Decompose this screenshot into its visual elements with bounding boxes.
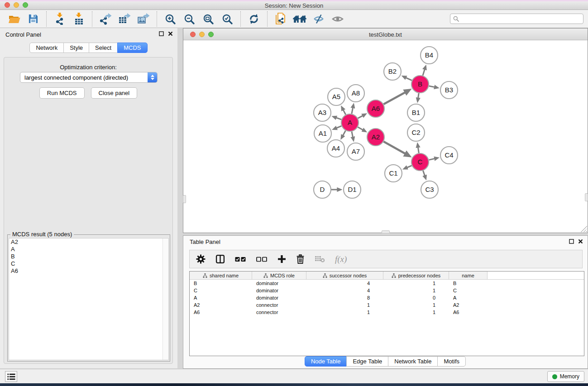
graph-node-C[interactable]: C: [411, 153, 429, 171]
result-list-item[interactable]: C: [9, 260, 168, 267]
graph-edge-A-A7[interactable]: [352, 132, 354, 140]
result-list-scrollbar[interactable]: [163, 238, 168, 360]
graph-node-A3[interactable]: A3: [314, 104, 331, 121]
table-cell[interactable]: 1: [383, 280, 449, 287]
table-row[interactable]: A2connector11A2: [190, 301, 584, 309]
table-cell[interactable]: B: [190, 280, 252, 287]
select-all-columns-icon[interactable]: [235, 256, 246, 262]
close-panel-icon[interactable]: [168, 31, 173, 36]
zoom-fit-button[interactable]: [201, 12, 216, 26]
task-history-button[interactable]: [5, 371, 17, 382]
mcds-result-list[interactable]: A2ABCA6: [9, 238, 169, 360]
table-cell[interactable]: A: [190, 294, 252, 301]
table-cell[interactable]: 8: [306, 294, 383, 301]
search-field[interactable]: [450, 14, 583, 24]
open-session-button[interactable]: [6, 12, 22, 26]
table-cell[interactable]: B: [449, 280, 488, 287]
zoom-selected-button[interactable]: [220, 12, 235, 26]
graph-edge-A-A4[interactable]: [342, 131, 346, 138]
search-input[interactable]: [461, 16, 580, 22]
column-header-MCDS-role[interactable]: MCDS role: [252, 272, 306, 279]
graph-node-D[interactable]: D: [314, 181, 331, 198]
node-table[interactable]: shared nameMCDS rolesuccessor nodesprede…: [189, 271, 584, 356]
table-cell[interactable]: dominator: [252, 294, 306, 301]
table-cell[interactable]: dominator: [252, 287, 306, 294]
tab-select[interactable]: Select: [89, 43, 118, 53]
float-panel-icon[interactable]: [569, 239, 574, 244]
graph-node-B1[interactable]: B1: [407, 104, 425, 121]
table-cell[interactable]: 1: [306, 309, 383, 316]
graph-node-C3[interactable]: C3: [421, 181, 438, 198]
export-table-button[interactable]: [117, 12, 132, 26]
table-cell[interactable]: 4: [306, 287, 383, 294]
settings-gear-icon[interactable]: [196, 254, 206, 264]
table-cell[interactable]: C: [190, 287, 252, 294]
table-cell[interactable]: 0: [383, 294, 449, 301]
graph-edge-C-C4[interactable]: [429, 158, 437, 160]
network-canvas[interactable]: AA1A2A3A4A5A6A7A8BB1B2B3B4CC1C2C3C4DD1: [184, 41, 588, 235]
graph-node-A2[interactable]: A2: [367, 129, 384, 146]
deselect-all-columns-icon[interactable]: [256, 256, 268, 262]
import-table-button[interactable]: [71, 12, 86, 26]
table-cell[interactable]: connector: [252, 309, 306, 316]
table-cell[interactable]: 1: [383, 309, 449, 316]
table-cell[interactable]: connector: [252, 301, 306, 309]
table-cell[interactable]: C: [449, 287, 488, 294]
run-mcds-button[interactable]: Run MCDS: [39, 87, 85, 99]
criterion-select[interactable]: largest connected component (directed): [20, 72, 158, 83]
column-header-shared-name[interactable]: shared name: [190, 272, 252, 279]
graph-edge-C-C1[interactable]: [405, 166, 412, 169]
save-session-button[interactable]: [25, 12, 41, 26]
graph-node-A5[interactable]: A5: [328, 88, 345, 105]
column-header-successor-nodes[interactable]: successor nodes: [306, 272, 383, 279]
result-list-item[interactable]: A6: [9, 267, 168, 275]
table-cell[interactable]: A: [449, 294, 488, 301]
zoom-out-button[interactable]: [182, 12, 197, 26]
result-list-item[interactable]: A2: [9, 238, 168, 246]
network-document-button[interactable]: [273, 12, 288, 26]
graph-edge-A-A8[interactable]: [352, 105, 354, 114]
refresh-button[interactable]: [246, 12, 262, 26]
graph-node-B4[interactable]: B4: [421, 47, 438, 64]
table-row[interactable]: Adominator80A: [190, 294, 584, 301]
result-list-item[interactable]: B: [9, 253, 168, 260]
tab-motifs[interactable]: Motifs: [437, 356, 466, 367]
delete-table-icon[interactable]: [315, 255, 325, 263]
export-network-button[interactable]: [98, 12, 113, 26]
table-cell[interactable]: 1: [383, 301, 449, 309]
tab-edge-table[interactable]: Edge Table: [346, 356, 388, 367]
graph-edge-B-B2[interactable]: [404, 76, 412, 80]
tab-network[interactable]: Network: [29, 43, 64, 53]
table-cell[interactable]: A2: [190, 301, 252, 309]
add-column-icon[interactable]: [277, 255, 286, 263]
memory-button[interactable]: Memory: [547, 371, 584, 382]
delete-column-icon[interactable]: [296, 254, 305, 264]
home-button[interactable]: [292, 12, 307, 26]
graph-edge-A2-C[interactable]: [383, 142, 408, 156]
graph-node-C2[interactable]: C2: [407, 124, 425, 141]
graph-node-B[interactable]: B: [411, 76, 429, 93]
network-window-titlebar[interactable]: testGlobe.txt: [183, 29, 588, 40]
graph-node-B2[interactable]: B2: [384, 63, 401, 80]
table-cell[interactable]: A6: [449, 309, 488, 316]
graph-node-A[interactable]: A: [341, 114, 359, 131]
graph-edge-C-C2[interactable]: [418, 145, 419, 153]
function-builder-icon[interactable]: f(x): [335, 254, 347, 264]
import-network-button[interactable]: [52, 12, 67, 26]
table-cell[interactable]: 1: [306, 301, 383, 309]
graph-edge-A6-B[interactable]: [384, 91, 409, 104]
table-cell[interactable]: A2: [449, 301, 488, 309]
zoom-in-button[interactable]: [163, 12, 178, 26]
export-image-button[interactable]: [136, 12, 151, 26]
graph-node-B3[interactable]: B3: [440, 81, 458, 99]
graph-edge-A-A5[interactable]: [342, 108, 346, 114]
graph-edge-A-A6[interactable]: [358, 114, 365, 119]
table-row[interactable]: Cdominator41C: [190, 287, 584, 294]
float-panel-icon[interactable]: [159, 31, 164, 36]
tab-node-table[interactable]: Node Table: [305, 356, 347, 367]
tab-network-table[interactable]: Network Table: [388, 356, 438, 367]
tab-mcds[interactable]: MCDS: [117, 43, 147, 53]
splitter-grip[interactable]: [585, 193, 588, 201]
result-list-item[interactable]: A: [9, 246, 168, 253]
graph-node-A6[interactable]: A6: [367, 100, 384, 117]
